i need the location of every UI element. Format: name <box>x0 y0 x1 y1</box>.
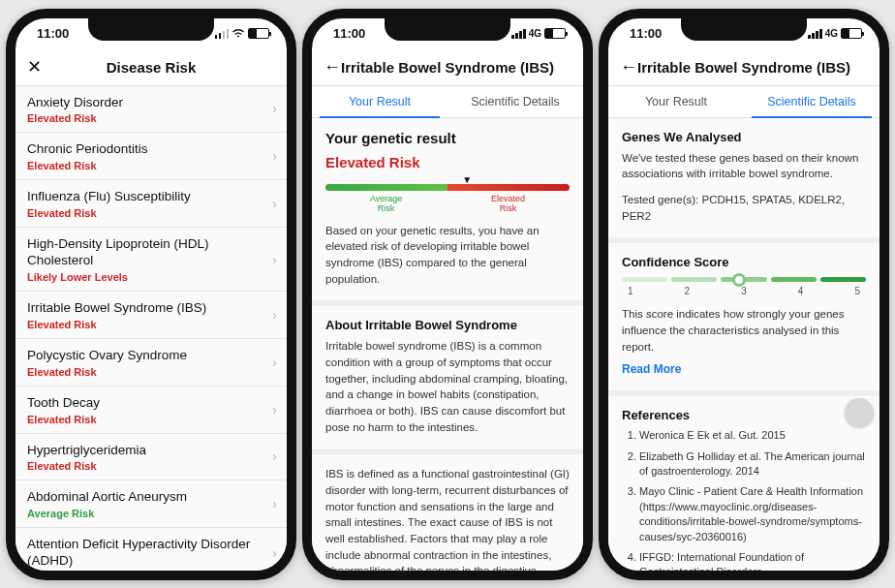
risk-label-average: Average Risk <box>370 194 402 213</box>
list-item[interactable]: High-Density Lipoprotein (HDL) Cholester… <box>15 228 287 292</box>
genes-list: Tested gene(s): PCDH15, SPATA5, KDELR2, … <box>622 192 866 224</box>
status-time: 11:00 <box>333 26 365 41</box>
references-section: References Weronica E Ek et al. Gut. 201… <box>608 396 880 570</box>
reference-item: Elizabeth G Holliday et al. The American… <box>639 449 866 480</box>
result-value: Elevated Risk <box>325 154 570 170</box>
chevron-right-icon: › <box>272 307 277 323</box>
tabs: Your Result Scientific Details <box>608 86 880 118</box>
result-heading: Your genetic result <box>325 130 570 146</box>
conf-num: 4 <box>798 286 804 296</box>
confidence-scale: 1 2 3 4 5 <box>622 286 866 296</box>
risk-label-elevated: Elevated Risk <box>491 194 525 213</box>
phone-scientific-details: 11:00 4G ← Irritable Bowel Syndrome (IBS… <box>599 9 889 580</box>
item-title: Polycystic Ovary Syndrome <box>27 348 275 364</box>
page-title: Irritable Bowel Syndrome (IBS) <box>341 59 554 76</box>
reference-item: IFFGD: International Foundation of Gastr… <box>639 550 866 571</box>
list-item[interactable]: Attention Deficit Hyperactivity Disorder… <box>15 528 287 570</box>
risk-bar: ▼ Average Risk Elevated Risk <box>325 184 570 213</box>
item-risk: Elevated Risk <box>27 319 275 330</box>
references-heading: References <box>622 408 866 422</box>
genes-section: Genes We Analysed We've tested these gen… <box>608 118 880 244</box>
item-title: Hypertriglyceridemia <box>27 443 275 459</box>
item-title: Abdominal Aortic Aneurysm <box>27 489 275 506</box>
item-risk: Elevated Risk <box>27 460 275 472</box>
tab-your-result[interactable]: Your Result <box>608 86 744 117</box>
nav-bar: ✕ Disease Risk <box>15 49 287 86</box>
network-label: 4G <box>825 28 838 39</box>
item-title: High-Density Lipoprotein (HDL) Cholester… <box>27 236 275 269</box>
item-risk: Average Risk <box>27 508 275 519</box>
conf-num: 2 <box>685 286 691 296</box>
chevron-right-icon: › <box>272 148 277 164</box>
notch <box>385 17 510 41</box>
confidence-thumb-icon <box>732 273 746 287</box>
item-title: Attention Deficit Hyperactivity Disorder… <box>27 537 275 570</box>
genes-desc: We've tested these genes based on their … <box>622 150 866 182</box>
network-label: 4G <box>529 28 541 39</box>
list-item[interactable]: Abdominal Aortic AneurysmAverage Risk› <box>15 480 287 528</box>
details-content[interactable]: Genes We Analysed We've tested these gen… <box>608 118 880 571</box>
summary-text: Based on your genetic results, you have … <box>325 223 570 288</box>
phone-disease-list: 11:00 ✕ Disease Risk Anxiety DisorderEle… <box>6 9 296 580</box>
back-icon[interactable]: ← <box>620 57 637 77</box>
item-risk: Elevated Risk <box>27 207 275 219</box>
list-item[interactable]: Chronic PeriodontitisElevated Risk› <box>15 133 287 180</box>
tab-your-result[interactable]: Your Result <box>312 86 448 117</box>
chevron-right-icon: › <box>272 545 277 561</box>
disease-list[interactable]: Anxiety DisorderElevated Risk› Chronic P… <box>15 86 287 571</box>
read-more-link[interactable]: Read More <box>622 362 681 376</box>
about-heading: About Irritable Bowel Syndrome <box>325 318 570 332</box>
list-item[interactable]: Anxiety DisorderElevated Risk› <box>15 86 287 134</box>
item-risk: Elevated Risk <box>27 366 275 378</box>
notch <box>88 17 214 41</box>
status-time: 11:00 <box>37 26 69 41</box>
phone-your-result: 11:00 4G ← Irritable Bowel Syndrome (IBS… <box>302 9 593 580</box>
list-item[interactable]: Polycystic Ovary SyndromeElevated Risk› <box>15 339 287 387</box>
list-item[interactable]: Tooth DecayElevated Risk› <box>15 387 287 434</box>
battery-icon <box>841 28 862 39</box>
tabs: Your Result Scientific Details <box>312 86 583 118</box>
reference-item: Mayo Clinic - Patient Care & Health Info… <box>639 484 866 544</box>
result-content[interactable]: Your genetic result Elevated Risk ▼ Aver… <box>312 118 583 571</box>
chevron-right-icon: › <box>272 196 277 211</box>
confidence-bar <box>622 277 866 282</box>
page-title: Irritable Bowel Syndrome (IBS) <box>637 59 850 76</box>
item-risk: Elevated Risk <box>27 160 275 171</box>
page-title: Disease Risk <box>107 59 197 76</box>
list-item[interactable]: Irritable Bowel Syndrome (IBS)Elevated R… <box>15 292 287 339</box>
about-text-1: Irritable bowel syndrome (IBS) is a comm… <box>325 338 570 435</box>
close-icon[interactable]: ✕ <box>27 56 42 77</box>
back-icon[interactable]: ← <box>324 57 341 77</box>
item-risk: Elevated Risk <box>27 112 275 124</box>
item-title: Anxiety Disorder <box>27 95 275 111</box>
signal-icon <box>511 29 526 39</box>
floating-action-button[interactable] <box>845 398 874 427</box>
tab-scientific-details[interactable]: Scientific Details <box>448 86 583 117</box>
item-risk: Likely Lower Levels <box>27 271 275 283</box>
notch <box>681 17 807 41</box>
chevron-right-icon: › <box>272 402 277 418</box>
confidence-desc: This score indicates how strongly your g… <box>622 306 866 355</box>
status-time: 11:00 <box>630 26 662 41</box>
conf-num: 5 <box>854 286 860 296</box>
chevron-right-icon: › <box>272 252 277 267</box>
genes-heading: Genes We Analysed <box>622 130 866 144</box>
list-item[interactable]: HypertriglyceridemiaElevated Risk› <box>15 434 287 481</box>
battery-icon <box>248 28 269 39</box>
chevron-right-icon: › <box>272 355 277 370</box>
signal-icon <box>215 29 230 39</box>
list-item[interactable]: Influenza (Flu) SusceptibilityElevated R… <box>15 180 287 228</box>
wifi-icon <box>231 28 245 39</box>
item-title: Irritable Bowel Syndrome (IBS) <box>27 300 275 317</box>
about-section: About Irritable Bowel Syndrome Irritable… <box>312 306 583 454</box>
item-risk: Elevated Risk <box>27 414 275 425</box>
signal-icon <box>808 29 822 39</box>
reference-item: Weronica E Ek et al. Gut. 2015 <box>639 428 866 443</box>
item-title: Influenza (Flu) Susceptibility <box>27 189 275 205</box>
item-title: Tooth Decay <box>27 395 275 412</box>
nav-bar: ← Irritable Bowel Syndrome (IBS) <box>312 49 583 86</box>
chevron-right-icon: › <box>272 496 277 511</box>
about-section-2: IBS is defined as a functional gastroint… <box>312 454 583 570</box>
conf-num: 1 <box>628 286 633 296</box>
tab-scientific-details[interactable]: Scientific Details <box>744 86 880 117</box>
